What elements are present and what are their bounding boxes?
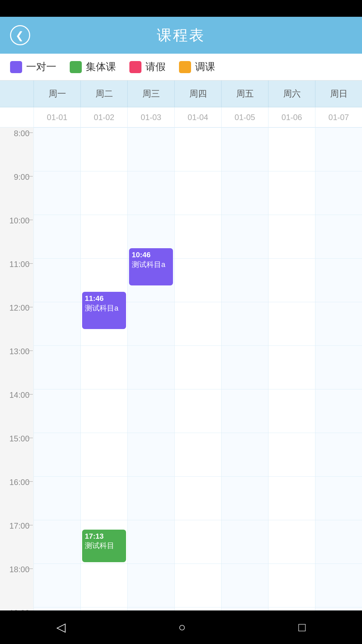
legend-bar: 一对一集体课请假调课 [0, 54, 362, 80]
hour-line-3-1 [175, 171, 221, 171]
hour-line-4-1 [222, 171, 268, 171]
time-labels: 8:009:0010:0011:0012:0013:0014:0015:0016… [0, 127, 34, 610]
hour-line-4-0 [222, 127, 268, 128]
hour-line-1-2 [81, 215, 127, 215]
day-name-1: 周二 [96, 88, 113, 100]
day-header-2: 周三 [127, 80, 174, 107]
hour-line-4-5 [222, 345, 268, 346]
hour-line-0-3 [34, 258, 80, 259]
hour-line-4-10 [222, 564, 268, 564]
hour-line-6-9 [315, 520, 362, 520]
page-title: 课程表 [157, 25, 205, 45]
hour-line-2-8 [128, 476, 174, 477]
hour-line-2-9 [128, 520, 174, 520]
time-label-0: 8:00 [0, 127, 34, 171]
hour-line-2-6 [128, 389, 174, 389]
day-name-3: 周四 [189, 88, 207, 100]
hour-line-6-0 [315, 127, 362, 128]
hour-line-0-7 [34, 433, 80, 433]
nav-back-button[interactable]: ◁ [56, 620, 66, 634]
day-name-4: 周五 [236, 88, 254, 100]
legend-label-group: 集体课 [86, 60, 116, 74]
hour-line-6-8 [315, 476, 362, 477]
nav-home-button[interactable]: ○ [178, 620, 186, 634]
day-header-row: 周一周二周三周四周五周六周日 [0, 80, 362, 107]
hour-line-1-5 [81, 345, 127, 346]
hour-line-6-2 [315, 215, 362, 215]
day-date-1: 01-02 [80, 107, 127, 127]
hour-line-1-3 [81, 258, 127, 259]
legend-label-reschedule: 调课 [195, 60, 215, 74]
hour-line-3-8 [175, 476, 221, 477]
hour-line-1-11 [81, 607, 127, 607]
hour-line-1-10 [81, 564, 127, 564]
day-date-3: 01-04 [174, 107, 221, 127]
back-button[interactable]: ❮ [10, 25, 30, 45]
legend-color-one-on-one [10, 61, 22, 73]
hour-line-3-7 [175, 433, 221, 433]
time-label-6: 14:00 [0, 389, 34, 433]
hour-line-0-10 [34, 564, 80, 564]
legend-label-leave: 请假 [145, 60, 166, 74]
hour-line-6-1 [315, 171, 362, 171]
hour-line-2-10 [128, 564, 174, 564]
date-gutter [0, 107, 34, 127]
hour-line-1-8 [81, 476, 127, 477]
legend-item-reschedule: 调课 [179, 60, 215, 74]
hour-line-5-6 [268, 389, 315, 389]
hour-line-4-9 [222, 520, 268, 520]
day-header-3: 周四 [174, 80, 221, 107]
legend-color-group [70, 61, 82, 73]
hour-line-2-7 [128, 433, 174, 433]
event-event2[interactable]: 11:46测试科目a [82, 292, 126, 329]
hour-line-3-9 [175, 520, 221, 520]
hour-line-3-11 [175, 607, 221, 607]
hour-line-4-4 [222, 302, 268, 302]
hour-line-5-0 [268, 127, 315, 128]
day-header-5: 周六 [268, 80, 315, 107]
hour-line-3-10 [175, 564, 221, 564]
event-name-event1: 测试科目a [132, 260, 170, 270]
day-name-6: 周日 [330, 88, 348, 100]
day-name-0: 周一 [49, 88, 66, 100]
hour-line-0-1 [34, 171, 80, 171]
day-date-4: 01-05 [221, 107, 268, 127]
hour-line-5-3 [268, 258, 315, 259]
hour-line-0-6 [34, 389, 80, 389]
event-event3[interactable]: 17:13测试科目 [82, 530, 126, 562]
hour-line-1-1 [81, 171, 127, 171]
day-column-3 [174, 127, 221, 610]
nav-recent-button[interactable]: □ [298, 620, 306, 634]
hour-line-6-5 [315, 345, 362, 346]
hour-line-2-5 [128, 345, 174, 346]
day-date-6: 01-07 [315, 107, 362, 127]
day-header-0: 周一 [34, 80, 80, 107]
hour-line-4-3 [222, 258, 268, 259]
hour-line-3-5 [175, 345, 221, 346]
hour-line-0-2 [34, 215, 80, 215]
event-name-event3: 测试科目 [85, 541, 123, 551]
hour-line-1-7 [81, 433, 127, 433]
hour-line-6-7 [315, 433, 362, 433]
day-column-5 [268, 127, 315, 610]
event-time-event1: 10:46 [132, 250, 170, 260]
hour-line-4-7 [222, 433, 268, 433]
time-label-10: 18:00 [0, 564, 34, 607]
hour-line-3-4 [175, 302, 221, 302]
hour-line-0-5 [34, 345, 80, 346]
day-header-1: 周二 [80, 80, 127, 107]
hour-line-3-2 [175, 215, 221, 215]
event-time-event2: 11:46 [85, 294, 123, 304]
grid-body: 8:009:0010:0011:0012:0013:0014:0015:0016… [0, 127, 362, 610]
day-header-4: 周五 [221, 80, 268, 107]
hour-line-4-11 [222, 607, 268, 607]
time-label-7: 15:00 [0, 433, 34, 476]
hour-line-5-2 [268, 215, 315, 215]
hour-line-4-2 [222, 215, 268, 215]
time-label-8: 16:00 [0, 476, 34, 520]
event-event1[interactable]: 10:46测试科目a [129, 248, 173, 285]
days-columns: 11:46测试科目a17:13测试科目10:46测试科目a [34, 127, 362, 610]
date-row: 01-0101-0201-0301-0401-0501-0601-07 [0, 107, 362, 127]
bottom-navigation: ◁ ○ □ [0, 610, 362, 644]
status-bar [0, 0, 362, 17]
